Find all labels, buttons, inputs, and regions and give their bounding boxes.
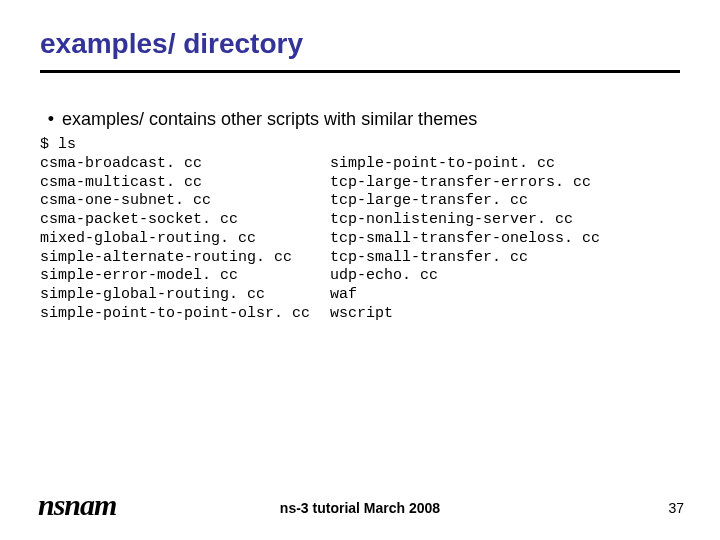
bullet-text: examples/ contains other scripts with si… — [62, 109, 477, 130]
slide-title: examples/ directory — [40, 28, 680, 60]
bullet-dot: • — [40, 109, 62, 130]
file-listing: $ ls csma-broadcast. ccsimple-point-to-p… — [40, 136, 680, 324]
footer-text: ns-3 tutorial March 2008 — [0, 500, 720, 516]
bullet-item: • examples/ contains other scripts with … — [40, 109, 680, 130]
slide: examples/ directory • examples/ contains… — [0, 0, 720, 540]
page-number: 37 — [668, 500, 684, 516]
title-underline — [40, 70, 680, 73]
